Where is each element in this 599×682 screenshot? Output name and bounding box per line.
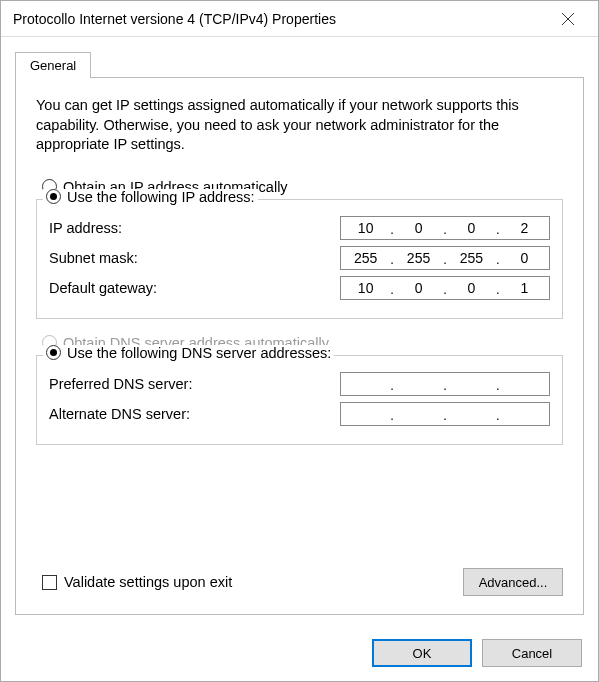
input-alternate-dns[interactable]: . . . (340, 402, 550, 426)
advanced-button[interactable]: Advanced... (463, 568, 563, 596)
label-ip: IP address: (49, 220, 122, 236)
pdns-octet-1[interactable] (341, 373, 390, 395)
ip-octet-2[interactable] (394, 217, 443, 239)
row-preferred-dns: Preferred DNS server: . . . (49, 372, 550, 396)
ok-button[interactable]: OK (372, 639, 472, 667)
radio-dns-manual-label: Use the following DNS server addresses: (67, 345, 331, 361)
dns-fieldset: Use the following DNS server addresses: … (36, 355, 563, 445)
label-gateway: Default gateway: (49, 280, 157, 296)
adns-octet-3[interactable] (447, 403, 496, 425)
input-subnet-mask[interactable]: . . . (340, 246, 550, 270)
row-alternate-dns: Alternate DNS server: . . . (49, 402, 550, 426)
tab-panel-general: You can get IP settings assigned automat… (15, 77, 584, 615)
ip-fieldset: Use the following IP address: IP address… (36, 199, 563, 319)
validate-label: Validate settings upon exit (64, 574, 232, 590)
cancel-button[interactable]: Cancel (482, 639, 582, 667)
tab-general[interactable]: General (15, 52, 91, 78)
radio-dns-manual[interactable]: Use the following DNS server addresses: (43, 345, 334, 361)
window-title: Protocollo Internet versione 4 (TCP/IPv4… (13, 11, 548, 27)
subnet-octet-3[interactable] (447, 247, 496, 269)
ip-octet-4[interactable] (500, 217, 549, 239)
radio-ip-manual-label: Use the following IP address: (67, 189, 255, 205)
adns-octet-4[interactable] (500, 403, 549, 425)
pdns-octet-3[interactable] (447, 373, 496, 395)
adns-octet-1[interactable] (341, 403, 390, 425)
subnet-octet-4[interactable] (500, 247, 549, 269)
input-default-gateway[interactable]: . . . (340, 276, 550, 300)
subnet-octet-1[interactable] (341, 247, 390, 269)
ip-octet-1[interactable] (341, 217, 390, 239)
row-default-gateway: Default gateway: . . . (49, 276, 550, 300)
dialog-footer: OK Cancel (1, 629, 598, 681)
validate-checkbox-row[interactable]: Validate settings upon exit (42, 574, 232, 590)
gateway-octet-4[interactable] (500, 277, 549, 299)
pdns-octet-2[interactable] (394, 373, 443, 395)
input-ip-address[interactable]: . . . (340, 216, 550, 240)
tab-strip: General (15, 51, 584, 77)
input-preferred-dns[interactable]: . . . (340, 372, 550, 396)
gateway-octet-2[interactable] (394, 277, 443, 299)
label-subnet: Subnet mask: (49, 250, 138, 266)
close-button[interactable] (548, 4, 588, 34)
gateway-octet-1[interactable] (341, 277, 390, 299)
dialog-body: General You can get IP settings assigned… (1, 37, 598, 629)
row-ip-address: IP address: . . . (49, 216, 550, 240)
row-subnet-mask: Subnet mask: . . . (49, 246, 550, 270)
radio-icon (46, 345, 61, 360)
close-icon (562, 13, 574, 25)
pdns-octet-4[interactable] (500, 373, 549, 395)
dialog-window: Protocollo Internet versione 4 (TCP/IPv4… (0, 0, 599, 682)
radio-ip-manual[interactable]: Use the following IP address: (43, 189, 258, 205)
description-text: You can get IP settings assigned automat… (36, 96, 563, 155)
titlebar: Protocollo Internet versione 4 (TCP/IPv4… (1, 1, 598, 37)
radio-icon (46, 189, 61, 204)
checkbox-icon (42, 575, 57, 590)
label-preferred-dns: Preferred DNS server: (49, 376, 192, 392)
gateway-octet-3[interactable] (447, 277, 496, 299)
bottom-row: Validate settings upon exit Advanced... (36, 568, 563, 596)
subnet-octet-2[interactable] (394, 247, 443, 269)
label-alternate-dns: Alternate DNS server: (49, 406, 190, 422)
ip-octet-3[interactable] (447, 217, 496, 239)
adns-octet-2[interactable] (394, 403, 443, 425)
